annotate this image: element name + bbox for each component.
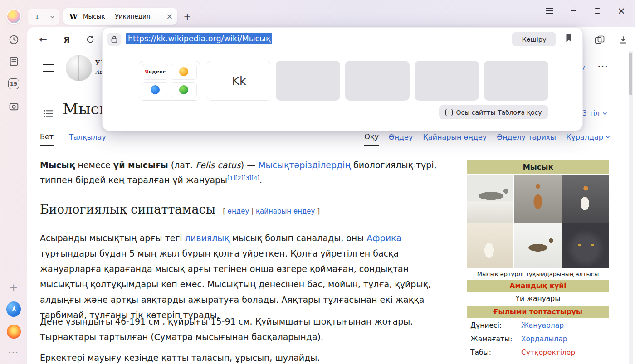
- copy-url-button[interactable]: Көшіру: [512, 32, 556, 46]
- cat-photo-2[interactable]: [514, 175, 561, 223]
- reload-button[interactable]: [83, 32, 98, 47]
- yandex-browser-button[interactable]: [6, 302, 21, 316]
- taxonomy-label: Табы:: [470, 349, 521, 357]
- ref-link[interactable]: [2]: [235, 175, 244, 181]
- wikipedia-logo[interactable]: [66, 55, 92, 81]
- site-security-button[interactable]: [107, 33, 121, 46]
- service-cell[interactable]: [142, 82, 168, 98]
- body-paragraph: Асыранды мысықтың арғы тегі ливиялық мыс…: [40, 230, 456, 323]
- language-switcher[interactable]: 3 тіл: [582, 109, 607, 117]
- ref-link[interactable]: [1]: [227, 175, 235, 181]
- omnibox-dropdown: https://kk.wikipedia.org/wiki/Мысық Көші…: [102, 27, 583, 131]
- tab-article[interactable]: Бет: [40, 132, 54, 146]
- wiki-hamburger-icon[interactable]: [43, 64, 54, 65]
- tab-close-icon[interactable]: ×: [166, 13, 173, 20]
- edit-source-link[interactable]: қайнарын өңдеу: [256, 207, 315, 215]
- tab-bar: 1 W Мысық — Уикипедия × + ×: [0, 0, 635, 27]
- taxonomy-label: Жамағаты:: [470, 335, 521, 343]
- document-icon: [8, 56, 20, 67]
- ref-link[interactable]: [3]: [244, 175, 252, 181]
- infobox-image-grid: [467, 175, 609, 268]
- link-africa[interactable]: Африка: [366, 233, 401, 243]
- link-libyan-cat[interactable]: ливиялық: [185, 233, 230, 243]
- section-heading: Биологиялық сипаттамасы: [40, 202, 215, 216]
- empty-tile: [484, 61, 548, 101]
- sidebar-add-button[interactable]: +: [6, 280, 21, 294]
- feed-button[interactable]: [6, 54, 21, 68]
- service-cell[interactable]: [171, 82, 197, 98]
- yandex-logo: Яндекс: [145, 69, 166, 75]
- taxonomy-value-link[interactable]: Жануарлар: [521, 321, 564, 330]
- infobox-caption: Мысық әртүрлі тұқымдарының алтысы: [467, 268, 609, 279]
- infobox-taxonomy-header[interactable]: Ғылыми топтастыруы: [467, 306, 609, 318]
- downloads-button[interactable]: [615, 32, 631, 48]
- history-button[interactable]: [6, 32, 21, 47]
- bookmark-button[interactable]: [565, 34, 572, 44]
- cat-photo-5[interactable]: [514, 223, 561, 268]
- cat-photo-4[interactable]: [467, 223, 513, 268]
- window-controls: ×: [541, 3, 630, 19]
- taxonomy-value-link[interactable]: Хордалылар: [521, 335, 567, 343]
- browser-menu-button[interactable]: [541, 3, 557, 19]
- lead-paragraph: Мысық немесе үй мысығы (лат. Felis catus…: [40, 158, 443, 188]
- cat-photo-6[interactable]: [562, 223, 609, 268]
- edit-link[interactable]: өңдеу: [228, 207, 249, 215]
- orange-app-button[interactable]: [6, 324, 21, 339]
- url-input[interactable]: https://kk.wikipedia.org/wiki/Мысық: [126, 33, 272, 44]
- infobox-status-header[interactable]: Амандық күйі: [467, 280, 609, 292]
- infobox-taxonomy-rows: Дүниесі: Жануарлар Жамағаты: Хордалылар …: [467, 319, 609, 359]
- minimize-icon: [571, 10, 576, 11]
- tab-tools[interactable]: Құралдар: [566, 133, 610, 146]
- chevron-down-icon: [606, 136, 610, 139]
- menu-icon: [546, 8, 553, 9]
- cat-photo-3[interactable]: [562, 175, 609, 223]
- tab-history[interactable]: Өңделу тарихы: [497, 133, 556, 146]
- maximize-button[interactable]: [589, 3, 606, 19]
- add-to-tablo-button[interactable]: + Осы сайтты Таблоға қосу: [439, 105, 548, 119]
- sidebar-more-button[interactable]: ···: [6, 345, 21, 360]
- yellow-service-icon: [179, 67, 188, 76]
- tab-counter-button[interactable]: 1: [28, 9, 59, 25]
- chevron-down-icon: [50, 15, 55, 19]
- tabs-list-button[interactable]: 15: [6, 77, 21, 91]
- contents-list-icon[interactable]: [43, 109, 54, 120]
- yandex-browser-icon: [6, 301, 21, 317]
- minimize-button[interactable]: [565, 3, 581, 19]
- link-felidae[interactable]: Мысықтәрізділердің: [258, 160, 351, 170]
- profile-avatar[interactable]: [6, 9, 21, 24]
- yandex-service-cell[interactable]: Яндекс: [142, 64, 168, 80]
- section-heading-row: Биологиялық сипаттамасы [ өңдеу | қайнар…: [40, 202, 320, 216]
- service-cell[interactable]: [171, 64, 197, 80]
- back-button[interactable]: ←: [35, 32, 51, 47]
- reload-icon: [85, 34, 95, 44]
- ref-link[interactable]: [4]: [251, 175, 259, 181]
- tab-read[interactable]: Оқу: [364, 132, 379, 146]
- tab-edit[interactable]: Өңдеу: [389, 133, 413, 146]
- blue-service-icon: [151, 85, 160, 94]
- infobox-status-value: Үй жануары: [467, 292, 609, 305]
- active-tab[interactable]: W Мысық — Уикипедия ×: [63, 8, 177, 25]
- tab-edit-source[interactable]: Қайнарын өңдеу: [423, 133, 487, 146]
- bookmark-icon: [565, 34, 572, 43]
- site-tile-kk[interactable]: Kk: [207, 61, 271, 101]
- scrollbar-thumb[interactable]: [629, 53, 632, 95]
- chevron-down-icon: [602, 112, 607, 115]
- sidebar: 15 + ···: [0, 27, 27, 364]
- yandex-services-tile[interactable]: Яндекс: [139, 61, 200, 101]
- bold-term: Мысық: [40, 160, 75, 170]
- tab-groups-button[interactable]: [592, 32, 607, 48]
- yandex-search-button[interactable]: Я: [59, 32, 74, 47]
- empty-tile: [345, 61, 410, 101]
- cat-photo-1[interactable]: [467, 175, 513, 223]
- tab-talk[interactable]: Талқылау: [69, 133, 106, 146]
- taxonomy-value-link[interactable]: Сүтқоректілер: [521, 349, 575, 357]
- back-arrow-icon: ←: [39, 34, 47, 45]
- language-count-label: 3 тіл: [582, 109, 600, 117]
- empty-tile: [276, 61, 340, 101]
- add-to-tablo-label: Осы сайтты Таблоға қосу: [456, 109, 542, 116]
- table-row: Жамағаты: Хордалылар: [467, 332, 609, 346]
- screenshot-button[interactable]: [6, 99, 21, 114]
- header-more-icon[interactable]: ···: [598, 63, 608, 71]
- new-tab-button[interactable]: +: [181, 10, 194, 24]
- close-window-button[interactable]: ×: [613, 3, 630, 19]
